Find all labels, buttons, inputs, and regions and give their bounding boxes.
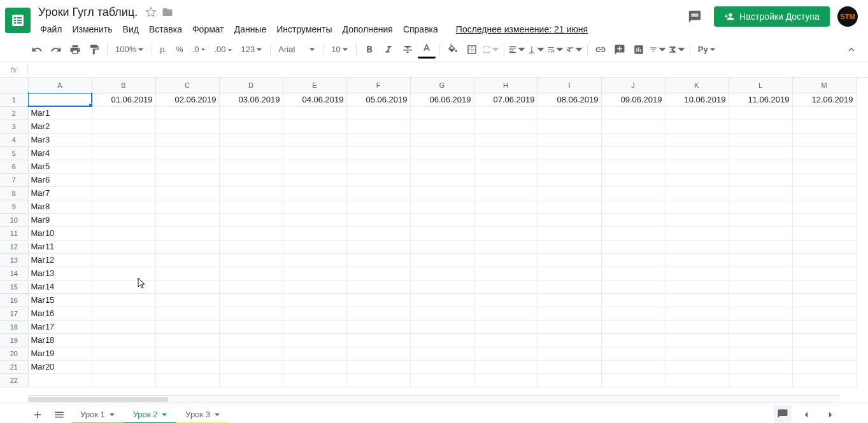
tab-nav-right-icon[interactable]	[821, 405, 840, 424]
cell-M13[interactable]	[792, 253, 856, 267]
col-header-E[interactable]: E	[283, 78, 346, 93]
cell-J5[interactable]	[601, 146, 665, 160]
cell-H7[interactable]	[474, 173, 537, 186]
cell-G11[interactable]	[410, 226, 474, 240]
cell-M20[interactable]	[792, 347, 856, 360]
cell-D20[interactable]	[219, 347, 283, 360]
explore-icon[interactable]	[774, 405, 792, 423]
cell-E20[interactable]	[283, 347, 346, 360]
filter-icon[interactable]	[649, 41, 667, 59]
script-button[interactable]: Рy	[694, 42, 720, 57]
cell-J2[interactable]	[601, 106, 665, 120]
col-header-H[interactable]: H	[474, 78, 537, 93]
cell-M4[interactable]	[792, 133, 856, 146]
italic-icon[interactable]	[380, 41, 397, 59]
cell-E3[interactable]	[283, 120, 346, 133]
cell-H4[interactable]	[474, 133, 537, 146]
cell-A13[interactable]: Mar12	[28, 253, 92, 267]
cell-I9[interactable]	[537, 200, 601, 213]
cell-G10[interactable]	[410, 213, 474, 226]
cell-M22[interactable]	[792, 373, 856, 387]
cell-A5[interactable]: Mar4	[28, 146, 92, 160]
cell-L14[interactable]	[729, 267, 792, 280]
add-sheet-icon[interactable]	[28, 405, 47, 424]
cell-A7[interactable]: Mar6	[28, 173, 92, 186]
cell-H8[interactable]	[474, 186, 537, 200]
cell-E19[interactable]	[283, 333, 346, 347]
percent-button[interactable]: %	[172, 42, 187, 57]
cell-F10[interactable]	[346, 213, 410, 226]
currency-button[interactable]: р.	[156, 42, 171, 57]
star-icon[interactable]	[145, 6, 157, 18]
cell-L18[interactable]	[729, 320, 792, 333]
cell-E13[interactable]	[283, 253, 346, 267]
cell-F9[interactable]	[346, 200, 410, 213]
cell-A20[interactable]: Mar19	[28, 347, 92, 360]
cell-A22[interactable]	[28, 373, 92, 387]
cell-L8[interactable]	[729, 186, 792, 200]
cell-M16[interactable]	[792, 293, 856, 307]
cell-M17[interactable]	[792, 307, 856, 320]
cell-H19[interactable]	[474, 333, 537, 347]
comments-icon[interactable]	[683, 5, 706, 28]
cell-D3[interactable]	[219, 120, 283, 133]
cell-F16[interactable]	[346, 293, 410, 307]
cell-J7[interactable]	[601, 173, 665, 186]
row-header-4[interactable]: 4	[0, 133, 28, 146]
doc-title[interactable]: Уроки Гугл таблиц.	[36, 4, 140, 20]
all-sheets-icon[interactable]	[50, 405, 69, 424]
cell-A16[interactable]: Mar15	[28, 293, 92, 307]
cell-E12[interactable]	[283, 240, 346, 253]
cell-K12[interactable]	[665, 240, 729, 253]
number-format-select[interactable]: 123	[238, 42, 267, 57]
row-header-22[interactable]: 22	[0, 373, 28, 387]
cell-D8[interactable]	[219, 186, 283, 200]
cell-D10[interactable]	[219, 213, 283, 226]
cell-A3[interactable]: Mar2	[28, 120, 92, 133]
cell-H18[interactable]	[474, 320, 537, 333]
cell-A2[interactable]: Mar1	[28, 106, 92, 120]
cell-D16[interactable]	[219, 293, 283, 307]
cell-M12[interactable]	[792, 240, 856, 253]
cell-A9[interactable]: Mar8	[28, 200, 92, 213]
cell-D21[interactable]	[219, 360, 283, 373]
paint-format-icon[interactable]	[85, 41, 103, 59]
text-wrap-icon[interactable]	[546, 41, 564, 59]
avatar[interactable]: STM	[837, 6, 858, 27]
cell-H3[interactable]	[474, 120, 537, 133]
insert-link-icon[interactable]	[592, 41, 609, 59]
cell-A18[interactable]: Mar17	[28, 320, 92, 333]
cell-F11[interactable]	[346, 226, 410, 240]
cell-J1[interactable]: 09.06.2019	[601, 93, 665, 106]
cell-B21[interactable]	[92, 360, 155, 373]
cell-A17[interactable]: Mar16	[28, 307, 92, 320]
cell-J19[interactable]	[601, 333, 665, 347]
cell-B11[interactable]	[92, 226, 155, 240]
row-header-11[interactable]: 11	[0, 226, 28, 240]
cell-H21[interactable]	[474, 360, 537, 373]
cell-B20[interactable]	[92, 347, 155, 360]
cell-F12[interactable]	[346, 240, 410, 253]
formula-input[interactable]	[28, 64, 868, 76]
cell-K2[interactable]	[665, 106, 729, 120]
strikethrough-icon[interactable]	[399, 41, 416, 59]
row-header-3[interactable]: 3	[0, 120, 28, 133]
cell-B15[interactable]	[92, 280, 155, 293]
cell-C11[interactable]	[155, 226, 219, 240]
cell-C16[interactable]	[155, 293, 219, 307]
cell-B17[interactable]	[92, 307, 155, 320]
cell-J3[interactable]	[601, 120, 665, 133]
insert-comment-icon[interactable]	[611, 41, 629, 59]
menu-addons[interactable]: Дополнения	[338, 22, 397, 37]
row-header-15[interactable]: 15	[0, 280, 28, 293]
cell-G15[interactable]	[410, 280, 474, 293]
menu-insert[interactable]: Вставка	[145, 22, 187, 37]
cell-M5[interactable]	[792, 146, 856, 160]
cell-K21[interactable]	[665, 360, 729, 373]
cell-J20[interactable]	[601, 347, 665, 360]
cell-K22[interactable]	[665, 373, 729, 387]
cell-L2[interactable]	[729, 106, 792, 120]
cell-C8[interactable]	[155, 186, 219, 200]
cell-C22[interactable]	[155, 373, 219, 387]
cell-F8[interactable]	[346, 186, 410, 200]
